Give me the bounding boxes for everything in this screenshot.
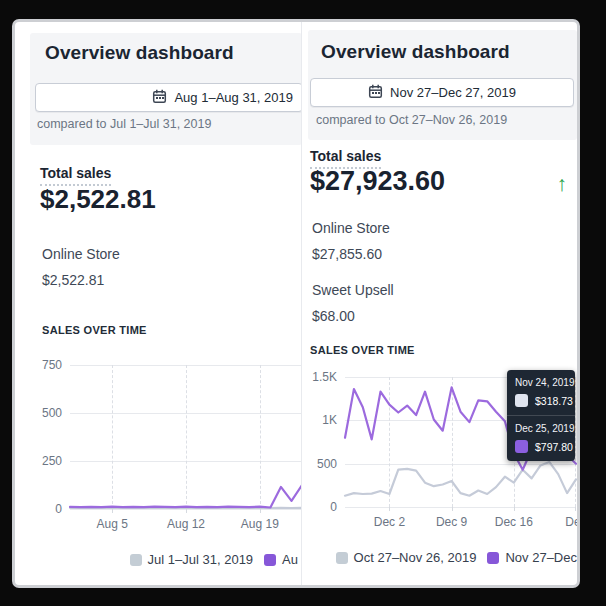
channel-name: Online Store (42, 245, 120, 263)
chart-legend: Oct 27–Nov 26, 2019 Nov 27–Dec (302, 550, 577, 565)
tooltip-date: Nov 24, 2019 (515, 377, 567, 388)
legend-swatch-current (264, 554, 276, 566)
tooltip-entry: Dec 25, 2019 $797.80 (507, 415, 575, 461)
total-sales-value: $2,522.81 (40, 184, 156, 215)
date-range-picker[interactable]: Nov 27–Dec 27, 2019 (310, 78, 574, 107)
date-range-value: Aug 1–Aug 31, 2019 (174, 90, 293, 105)
x-tick-label: Dec 9 (426, 515, 478, 529)
series-line (70, 485, 302, 508)
legend-swatch-previous (336, 552, 348, 564)
chart-heading: SALES OVER TIME (42, 324, 147, 336)
y-tick-label: 500 (302, 457, 337, 471)
legend-item: Jul 1–Jul 31, 2019 (130, 552, 254, 567)
chart-heading: SALES OVER TIME (310, 344, 415, 356)
tooltip-value: $318.73 (535, 395, 573, 407)
x-tick-label: Dec (550, 515, 577, 529)
y-tick-label: 750 (26, 358, 62, 372)
tooltip-entry: Nov 24, 2019 $318.73 (507, 370, 575, 415)
y-tick-label: 0 (302, 500, 337, 514)
x-tick-label: Dec 2 (363, 515, 415, 529)
channel-value: $68.00 (312, 307, 394, 325)
y-tick-label: 250 (26, 454, 62, 468)
series-line (345, 462, 576, 496)
calendar-icon (152, 89, 167, 107)
y-tick-label: 1K (302, 413, 337, 427)
legend-label: Oct 27–Nov 26, 2019 (354, 550, 477, 565)
tooltip-swatch-current (515, 440, 528, 453)
chart-legend: Jul 1–Jul 31, 2019 Au (15, 552, 302, 567)
overview-dashboard-panel-december: Overview dashboard Nov 27–Dec 27, 2019 c… (302, 22, 577, 585)
total-sales-value: $27,923.60 (310, 166, 445, 197)
sales-channel-list: Online Store$2,522.81 (42, 245, 120, 307)
legend-item: Nov 27–Dec (487, 550, 577, 565)
x-tick-label: Dec 16 (488, 515, 540, 529)
trend-up-arrow: ↑ (557, 172, 568, 196)
channel-value: $2,522.81 (42, 271, 120, 289)
date-range-value: Nov 27–Dec 27, 2019 (390, 85, 516, 100)
channel-name: Online Store (312, 219, 394, 237)
dashboard-comparison-card: Overview dashboard Aug 1–Aug 31, 2019 co… (15, 22, 577, 585)
compared-to-text: compared to Jul 1–Jul 31, 2019 (37, 117, 211, 131)
sales-over-time-chart[interactable]: 7505002500Aug 5Aug 12Aug 19 (70, 352, 302, 510)
y-tick-label: 0 (26, 502, 62, 516)
overview-dashboard-panel-august: Overview dashboard Aug 1–Aug 31, 2019 co… (15, 22, 302, 585)
chart-tooltip: Nov 24, 2019 $318.73 Dec 25, 2019 $797.8… (507, 370, 575, 461)
tooltip-date: Dec 25, 2019 (515, 423, 567, 434)
screenshot-stage: Overview dashboard Aug 1–Aug 31, 2019 co… (0, 0, 606, 606)
y-tick-label: 1.5K (302, 370, 337, 384)
legend-swatch-previous (130, 554, 142, 566)
channel-name: Sweet Upsell (312, 281, 394, 299)
date-range-picker[interactable]: Aug 1–Aug 31, 2019 (35, 83, 302, 112)
legend-item: Au (264, 552, 298, 567)
x-tick-label: Aug 19 (234, 517, 286, 531)
compared-to-text: compared to Oct 27–Nov 26, 2019 (316, 113, 507, 127)
legend-item: Oct 27–Nov 26, 2019 (336, 550, 477, 565)
legend-swatch-current (487, 552, 499, 564)
legend-label: Jul 1–Jul 31, 2019 (148, 552, 254, 567)
legend-label: Nov 27–Dec (505, 550, 577, 565)
tooltip-value: $797.80 (535, 441, 573, 453)
page-title: Overview dashboard (45, 42, 234, 64)
dashboard-header: Overview dashboard Aug 1–Aug 31, 2019 co… (30, 33, 302, 145)
sales-channel-list: Online Store$27,855.60Sweet Upsell$68.00 (312, 219, 394, 343)
calendar-icon (368, 84, 383, 102)
x-tick-label: Aug 12 (160, 517, 212, 531)
page-title: Overview dashboard (321, 41, 510, 63)
total-sales-label[interactable]: Total sales (40, 165, 111, 186)
chart-lines (70, 352, 302, 510)
channel-value: $27,855.60 (312, 245, 394, 263)
legend-label: Au (282, 552, 298, 567)
dashboard-header: Overview dashboard Nov 27–Dec 27, 2019 c… (308, 30, 577, 140)
x-tick-label: Aug 5 (86, 517, 138, 531)
tooltip-swatch-previous (515, 394, 528, 407)
y-tick-label: 500 (26, 406, 62, 420)
